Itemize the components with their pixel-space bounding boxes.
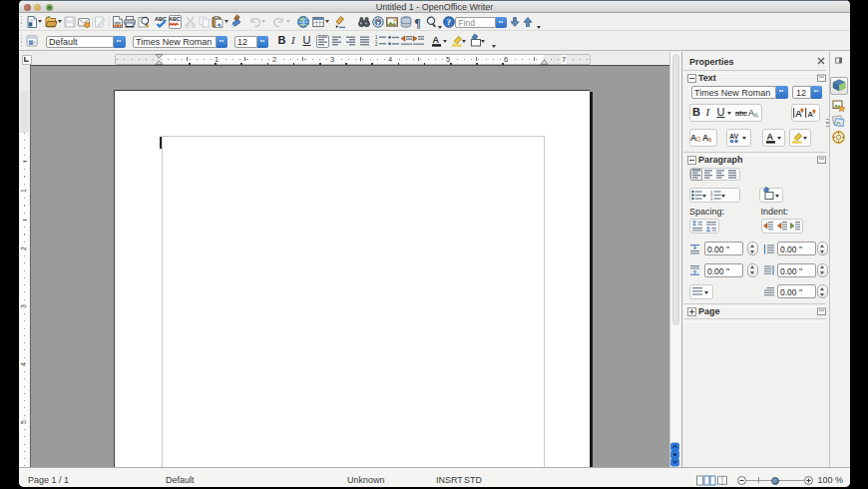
svg-text:2: 2 [375,42,378,47]
svg-text:a: a [708,136,712,143]
svg-text:ABC: ABC [169,16,181,22]
svg-text:AV: AV [729,133,739,140]
svg-text:A: A [753,111,758,118]
svg-text:1: 1 [375,35,378,40]
svg-text:G: G [696,136,701,143]
svg-text:A: A [766,132,773,142]
svg-text:¶: ¶ [414,15,420,29]
svg-text:A: A [433,35,440,45]
